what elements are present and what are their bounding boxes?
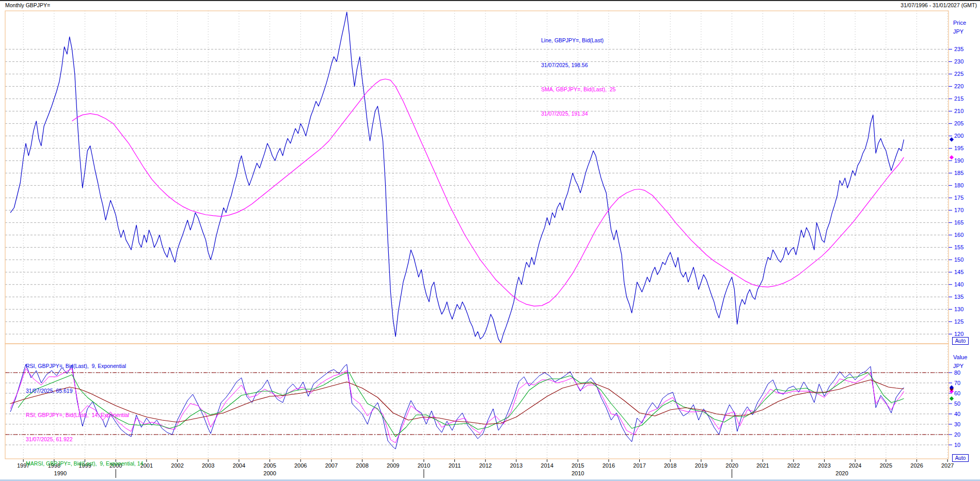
value-axis-title-line2: JPY — [953, 362, 967, 371]
price-legend-line: Line, GBPJPY=, Bid(Last) — [541, 37, 615, 45]
price-tick-label: 230 — [954, 58, 963, 65]
value-tick-label: 50 — [954, 400, 960, 407]
price-tick-label: 135 — [954, 294, 963, 300]
year-label: 2021 — [756, 462, 769, 469]
decade-label: 2010 — [572, 470, 584, 476]
price-tick-label: 140 — [954, 281, 963, 287]
year-label: 2007 — [325, 462, 338, 469]
year-label: 2014 — [541, 462, 553, 469]
price-auto-scale-button[interactable]: Auto — [952, 337, 969, 345]
price-tick-label: 195 — [954, 145, 963, 151]
price-tick-label: 150 — [954, 256, 963, 263]
year-label: 2022 — [787, 462, 800, 469]
year-label: 2019 — [695, 462, 707, 469]
year-label: 2020 — [725, 462, 738, 469]
price-tick-label: 145 — [954, 269, 963, 275]
year-label: 2004 — [233, 462, 245, 469]
sma-legend-line: SMA, GBPJPY=, Bid(Last), 25 — [541, 86, 615, 94]
price-axis-title: Price JPY — [953, 19, 966, 36]
price-tick-label: 185 — [954, 170, 963, 176]
year-label: 2025 — [880, 462, 892, 469]
price-legend: Line, GBPJPY=, Bid(Last) 31/07/2025, 198… — [541, 21, 615, 134]
rsi9-legend-line: RSI, GBPJPY=, Bid(Last), 9, Exponential — [26, 362, 146, 371]
price-tick-label: 205 — [954, 120, 963, 126]
price-tick-label: 225 — [954, 71, 963, 77]
year-label: 2026 — [910, 462, 923, 469]
year-label: 2002 — [171, 462, 183, 469]
value-tick-label: 70 — [954, 380, 960, 386]
year-label: 2003 — [202, 462, 214, 469]
year-label: 2006 — [294, 462, 307, 469]
year-label: 2009 — [387, 462, 399, 469]
year-label: 2008 — [356, 462, 368, 469]
price-last-marker-0 — [950, 137, 954, 141]
value-tick-label: 10 — [954, 442, 960, 448]
year-label: 2016 — [603, 462, 615, 469]
value-last-marker-3 — [950, 396, 954, 400]
year-label: 2010 — [418, 462, 430, 469]
price-tick-label: 175 — [954, 195, 963, 201]
price-tick-label: 215 — [954, 95, 963, 102]
chart-svg: 2352302252202152102052001951901851801751… — [0, 0, 980, 481]
year-label: 2013 — [510, 462, 523, 469]
price-tick-label: 125 — [954, 318, 963, 325]
price-tick-label: 160 — [954, 232, 963, 238]
rsi14-legend-value: 31/07/2025, 61.922 — [26, 436, 146, 444]
decade-label: 2000 — [263, 470, 276, 476]
rsi-legend: RSI, GBPJPY=, Bid(Last), 9, Exponential … — [26, 346, 146, 481]
price-axis-title-line1: Price — [953, 19, 966, 27]
year-label: 2027 — [941, 462, 954, 469]
marsi9-legend-line: MARSI, GBPJPY=, Bid(Last), 9, Exponentia… — [26, 460, 146, 468]
value-tick-label: 20 — [954, 431, 960, 438]
value-tick-label: 60 — [954, 390, 960, 396]
price-tick-label: 130 — [954, 306, 963, 312]
decade-label: 2020 — [835, 470, 848, 476]
price-tick-label: 220 — [954, 83, 963, 89]
year-label: 2015 — [572, 462, 584, 469]
price-tick-label: 155 — [954, 244, 963, 250]
year-label: 2018 — [664, 462, 676, 469]
price-axis-title-line2: JPY — [953, 27, 966, 36]
year-label: 2011 — [449, 462, 461, 469]
rsi9-legend-value: 31/07/2025, 65.619 — [26, 387, 146, 395]
year-label: 2024 — [849, 462, 861, 469]
rsi14-legend-line: RSI, GBPJPY=, Bid(Last), 14, Exponential — [26, 411, 146, 420]
year-label: 2012 — [479, 462, 492, 469]
value-auto-scale-button[interactable]: Auto — [952, 454, 969, 462]
price-tick-label: 170 — [954, 207, 963, 213]
value-axis-title-line1: Value — [953, 353, 967, 362]
price-tick-label: 235 — [954, 46, 963, 52]
value-tick-label: 30 — [954, 421, 960, 427]
year-label: 2017 — [633, 462, 645, 469]
price-chart-area[interactable] — [5, 11, 949, 344]
price-legend-value: 31/07/2025, 198.56 — [541, 61, 615, 70]
price-tick-label: 200 — [954, 133, 963, 139]
chart-window: Monthly GBPJPY= 31/07/1996 - 31/01/2027 … — [0, 0, 980, 481]
price-last-marker-1 — [950, 155, 954, 159]
price-tick-label: 210 — [954, 108, 963, 114]
value-axis-title: Value JPY — [953, 353, 967, 371]
rsi-chart-area[interactable] — [5, 344, 949, 459]
value-tick-label: 40 — [954, 411, 960, 417]
price-tick-label: 180 — [954, 182, 963, 188]
sma-legend-value: 31/07/2025, 191.34 — [541, 110, 615, 118]
price-tick-label: 190 — [954, 157, 963, 164]
year-label: 2023 — [818, 462, 830, 469]
price-tick-label: 165 — [954, 219, 963, 226]
price-tick-label: 120 — [954, 331, 963, 337]
year-label: 2005 — [263, 462, 276, 469]
